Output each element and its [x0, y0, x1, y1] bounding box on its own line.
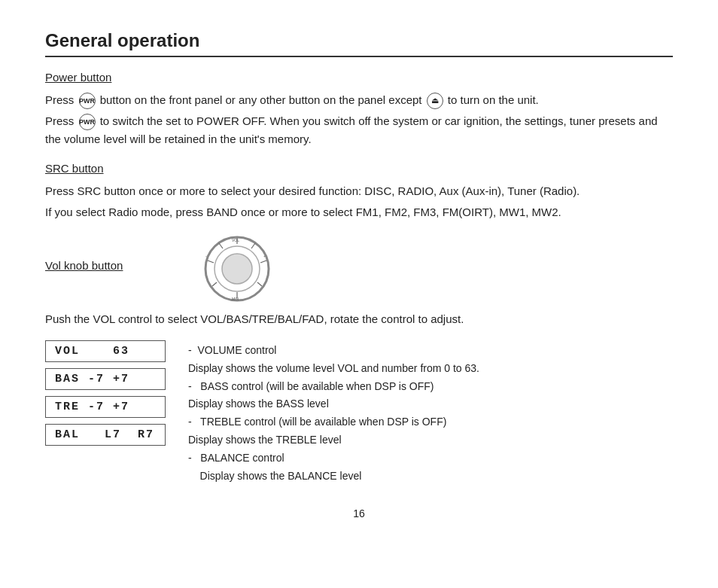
svg-text:+: + [263, 254, 266, 258]
power-button-section: Power button Press PWR button on the fro… [45, 71, 673, 148]
svg-text:MIN: MIN [232, 297, 239, 301]
power-button-para1: Press PWR button on the front panel or a… [45, 91, 673, 109]
page-number: 16 [45, 507, 673, 519]
bas-desc: - BASS control (will be available when D… [188, 378, 479, 414]
svg-line-10 [219, 243, 223, 248]
vol-knob-section: Vol knob button VOL M [45, 235, 673, 303]
pwr-icon-2: PWR [79, 114, 96, 130]
power-button-heading: Power button [45, 71, 111, 84]
bas-display-box: BAS -7 +7 [45, 368, 166, 390]
vol-display-box: VOL 63 [45, 340, 166, 362]
tre-display-box: TRE -7 +7 [45, 396, 166, 418]
src-button-section: SRC button Press SRC button once or more… [45, 162, 673, 221]
power-button-para2: Press PWR to switch the set to POWER OFF… [45, 112, 673, 148]
svg-line-6 [257, 282, 262, 286]
vol-knob-title-col: Vol knob button [45, 259, 196, 279]
bal-display-box: BAL L7 R7 [45, 424, 166, 446]
vol-knob-heading: Vol knob button [45, 259, 123, 272]
page-title: General operation [45, 30, 673, 57]
svg-point-2 [222, 254, 252, 284]
svg-line-4 [251, 243, 255, 248]
svg-text:VOL: VOL [232, 238, 239, 242]
src-button-heading: SRC button [45, 162, 104, 175]
display-descriptions: - VOLUME control Display shows the volum… [188, 340, 479, 485]
display-table: VOL 63 BAS -7 +7 TRE -7 +7 BAL L7 R7 - V… [45, 340, 673, 485]
vol-desc: - VOLUME control Display shows the volum… [188, 342, 479, 378]
src-button-para1: Press SRC button once or more to select … [45, 182, 673, 200]
src-button-para2: If you select Radio mode, press BAND onc… [45, 203, 673, 221]
svg-line-5 [260, 260, 266, 263]
vol-knob-image: VOL MIN - + [203, 235, 271, 303]
pwr-icon: PWR [79, 93, 96, 109]
eject-icon: ⏏ [427, 93, 443, 109]
bal-desc: - BALANCE control Display shows the BALA… [188, 449, 479, 486]
svg-line-8 [212, 282, 217, 286]
display-boxes: VOL 63 BAS -7 +7 TRE -7 +7 BAL L7 R7 [45, 340, 166, 446]
vol-push-text: Push the VOL control to select VOL/BAS/T… [45, 310, 673, 328]
tre-desc: - TREBLE control (will be available when… [188, 413, 479, 449]
svg-line-9 [208, 260, 214, 263]
